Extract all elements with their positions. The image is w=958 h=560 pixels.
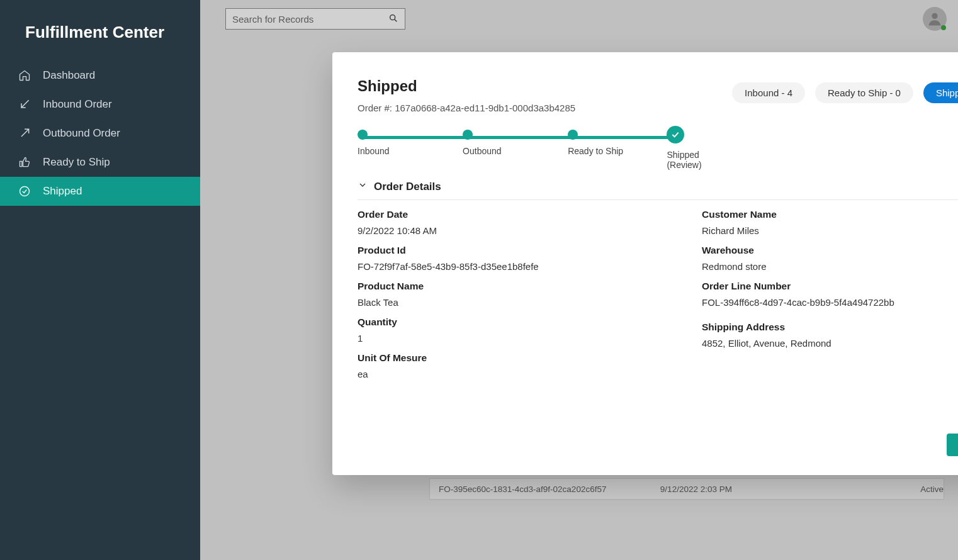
- product-id-label: Product Id: [358, 245, 664, 256]
- step-dot-icon: [568, 130, 578, 140]
- step-dot-icon: [463, 130, 473, 140]
- sidebar-item-ready[interactable]: Ready to Ship: [0, 148, 200, 177]
- quantity-label: Quantity: [358, 316, 664, 328]
- section-title: Order Details: [374, 181, 441, 193]
- product-name-label: Product Name: [358, 281, 664, 292]
- sidebar-item-outbound[interactable]: Outbound Order: [0, 119, 200, 148]
- finish-button[interactable]: Finish: [947, 434, 958, 456]
- sidebar-item-inbound[interactable]: Inbound Order: [0, 90, 200, 119]
- unit-value: ea: [358, 369, 664, 379]
- app-title: Fulfillment Center: [0, 0, 200, 61]
- sidebar-item-label: Shipped: [43, 185, 82, 198]
- unit-label: Unit Of Mesure: [358, 352, 664, 364]
- quantity-value: 1: [358, 333, 664, 344]
- pill-ready[interactable]: Ready to Ship - 0: [815, 82, 913, 103]
- sidebar-item-dashboard[interactable]: Dashboard: [0, 61, 200, 90]
- details-left: Order Date 9/2/2022 10:48 AM Product Id …: [358, 209, 664, 388]
- step-label: Shipped (Review): [667, 150, 735, 170]
- order-details: Order Date 9/2/2022 10:48 AM Product Id …: [358, 209, 958, 388]
- step-shipped: Shipped (Review): [667, 130, 735, 170]
- sidebar-item-label: Ready to Ship: [43, 156, 110, 169]
- chevron-down-icon: [358, 180, 368, 193]
- sidebar-item-label: Dashboard: [43, 69, 95, 82]
- shipping-value: 4852, Elliot, Avenue, Redmond: [702, 338, 958, 349]
- step-inbound: Inbound: [358, 130, 463, 170]
- step-label: Outbound: [463, 146, 502, 156]
- line-number-label: Order Line Number: [702, 281, 958, 292]
- step-label: Inbound: [358, 146, 390, 156]
- progress-stepper: Inbound Outbound Ready to Ship: [358, 130, 735, 170]
- warehouse-label: Warehouse: [702, 245, 958, 256]
- order-details-toggle[interactable]: Order Details: [358, 180, 958, 200]
- order-modal: Shipped Order #: 167a0668-a42a-ed11-9db1…: [332, 52, 958, 475]
- step-label: Ready to Ship: [568, 146, 623, 156]
- check-circle-icon: [18, 184, 31, 198]
- details-right: Customer Name Richard Miles Warehouse Re…: [702, 209, 958, 388]
- arrow-in-icon: [18, 98, 31, 111]
- step-outbound: Outbound: [463, 130, 568, 170]
- status-pills: Inbound - 4 Ready to Ship - 0 Shipped - …: [732, 82, 958, 103]
- arrow-out-icon: [18, 126, 31, 140]
- sidebar-item-shipped[interactable]: Shipped: [0, 177, 200, 206]
- customer-value: Richard Miles: [702, 225, 958, 236]
- product-id-value: FO-72f9f7af-58e5-43b9-85f3-d35ee1b8fefe: [358, 261, 664, 272]
- sidebar-item-label: Inbound Order: [43, 98, 112, 111]
- order-date-value: 9/2/2022 10:48 AM: [358, 225, 664, 236]
- step-ready: Ready to Ship: [568, 130, 667, 170]
- line-number-value: FOL-394ff6c8-4d97-4cac-b9b9-5f4a494722bb: [702, 297, 958, 308]
- main-content: FO-395ec60c-1831-4cd3-af9f-02ca202c6f57 …: [200, 0, 958, 560]
- svg-point-0: [20, 187, 30, 196]
- home-icon: [18, 69, 31, 82]
- sidebar-item-label: Outbound Order: [43, 127, 120, 140]
- order-date-label: Order Date: [358, 209, 664, 220]
- pill-inbound[interactable]: Inbound - 4: [732, 82, 805, 103]
- product-name-value: Black Tea: [358, 297, 664, 308]
- step-check-icon: [667, 126, 684, 143]
- warehouse-value: Redmond store: [702, 261, 958, 272]
- sidebar: Fulfillment Center Dashboard Inbound Ord…: [0, 0, 200, 560]
- thumbs-up-icon: [18, 155, 31, 169]
- pill-shipped[interactable]: Shipped - 12: [923, 82, 958, 103]
- customer-label: Customer Name: [702, 209, 958, 220]
- order-number: Order #: 167a0668-a42a-ed11-9db1-000d3a3…: [358, 103, 958, 113]
- step-dot-icon: [358, 130, 368, 140]
- shipping-label: Shipping Address: [702, 322, 958, 333]
